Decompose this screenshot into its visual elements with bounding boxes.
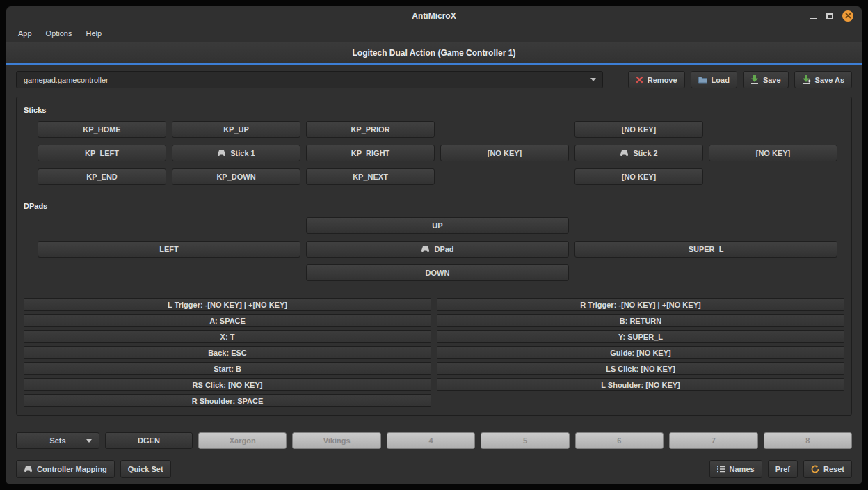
- set-tab-3-vikings[interactable]: Vikings: [292, 432, 380, 449]
- titlebar[interactable]: AntiMicroX: [6, 6, 862, 25]
- save-button[interactable]: Save: [743, 71, 789, 88]
- quick-set-button[interactable]: Quick Set: [120, 460, 171, 478]
- start-button[interactable]: Start: B: [24, 362, 431, 375]
- dpad-center-label: DPad: [434, 245, 453, 253]
- save-button-label: Save: [763, 76, 781, 84]
- controller-mapping-button[interactable]: Controller Mapping: [16, 460, 115, 478]
- profile-dropdown[interactable]: gamepad.gamecontroller: [16, 71, 603, 88]
- stick-button-kp-left[interactable]: KP_LEFT: [38, 145, 166, 161]
- l-trigger-button[interactable]: L Trigger: -[NO KEY] | +[NO KEY]: [24, 298, 431, 311]
- sticks-row-3: KP_END KP_DOWN KP_NEXT [NO KEY]: [38, 168, 837, 185]
- stick2-button[interactable]: Stick 2: [574, 145, 703, 161]
- set-tab-7[interactable]: 7: [669, 432, 757, 449]
- guide-button[interactable]: Guide: [NO KEY]: [437, 346, 844, 359]
- y-button[interactable]: Y: SUPER_L: [437, 330, 844, 343]
- load-button-label: Load: [712, 76, 730, 84]
- sets-menu-label: Sets: [49, 436, 65, 445]
- dpad-center-button[interactable]: DPad: [306, 241, 569, 258]
- profile-toolbar: gamepad.gamecontroller Remove Load Save …: [16, 71, 852, 88]
- chevron-down-icon: [590, 78, 596, 81]
- sticks-row-1: KP_HOME KP_UP KP_PRIOR [NO KEY]: [38, 121, 837, 138]
- stick-button-kp-right[interactable]: KP_RIGHT: [306, 145, 435, 161]
- remove-button-label: Remove: [648, 76, 677, 84]
- profile-dropdown-value: gamepad.gamecontroller: [24, 76, 108, 84]
- window-title: AntiMicroX: [412, 11, 456, 21]
- save-as-button-label: Save As: [815, 76, 844, 84]
- rs-click-button[interactable]: RS Click: [NO KEY]: [24, 378, 431, 391]
- gamepad-icon: [217, 150, 226, 157]
- names-button[interactable]: Names: [709, 460, 762, 478]
- maximize-icon: [826, 13, 833, 19]
- save-icon: [750, 75, 759, 84]
- chevron-down-icon: [86, 439, 92, 443]
- footer-spacer: [177, 460, 704, 478]
- dpad-row-3: DOWN: [38, 264, 837, 281]
- controller-tab[interactable]: Logitech Dual Action (Game Controller 1): [6, 42, 862, 65]
- set-tab-8[interactable]: 8: [764, 432, 852, 449]
- remove-button[interactable]: Remove: [628, 71, 685, 88]
- sets-row: Sets DGEN Xargon Vikings 4 5 6 7 8: [16, 432, 852, 449]
- stick1-extra-button[interactable]: [NO KEY]: [440, 145, 569, 161]
- set-tab-5[interactable]: 5: [481, 432, 569, 449]
- back-button[interactable]: Back: ESC: [24, 346, 431, 359]
- maximize-button[interactable]: [826, 10, 833, 22]
- b-button[interactable]: B: RETURN: [437, 314, 844, 327]
- dpad-right-button[interactable]: SUPER_L: [574, 241, 837, 258]
- footer-bar: Controller Mapping Quick Set Names Pref …: [16, 460, 852, 478]
- l-shoulder-button[interactable]: L Shoulder: [NO KEY]: [437, 378, 844, 391]
- gamepad-icon: [620, 150, 629, 157]
- menu-app[interactable]: App: [12, 26, 38, 40]
- stick1-label: Stick 1: [230, 149, 255, 157]
- reset-button[interactable]: Reset: [803, 460, 852, 478]
- r-trigger-button[interactable]: R Trigger: -[NO KEY] | +[NO KEY]: [437, 298, 844, 311]
- sticks-row-2: KP_LEFT Stick 1 KP_RIGHT [NO KEY] Stick …: [38, 145, 837, 161]
- stick2-up-button[interactable]: [NO KEY]: [574, 121, 703, 138]
- dpad-row-1: UP: [38, 217, 837, 234]
- save-as-button[interactable]: Save As: [794, 71, 852, 88]
- minimize-button[interactable]: [810, 10, 817, 22]
- controller-mapping-label: Controller Mapping: [37, 465, 107, 473]
- controller-tab-label: Logitech Dual Action (Game Controller 1): [353, 48, 516, 58]
- buttons-list: L Trigger: -[NO KEY] | +[NO KEY] R Trigg…: [24, 298, 844, 407]
- remove-icon: [636, 76, 643, 84]
- stick-button-kp-home[interactable]: KP_HOME: [38, 121, 166, 138]
- stick-button-kp-up[interactable]: KP_UP: [172, 121, 300, 138]
- dpad-down-button[interactable]: DOWN: [306, 264, 569, 281]
- stick-button-kp-down[interactable]: KP_DOWN: [172, 168, 300, 185]
- folder-icon: [698, 76, 707, 84]
- menu-options[interactable]: Options: [40, 26, 79, 40]
- dpad-up-button[interactable]: UP: [306, 217, 569, 234]
- stick-button-kp-next[interactable]: KP_NEXT: [306, 168, 435, 185]
- stick-button-kp-end[interactable]: KP_END: [38, 168, 166, 185]
- set-tab-6[interactable]: 6: [575, 432, 664, 449]
- names-button-label: Names: [730, 465, 755, 473]
- r-shoulder-button[interactable]: R Shoulder: SPACE: [24, 394, 431, 407]
- gamepad-icon: [24, 466, 33, 473]
- a-button[interactable]: A: SPACE: [24, 314, 431, 327]
- list-icon: [717, 466, 725, 473]
- save-as-icon: [802, 75, 811, 84]
- set-tab-4[interactable]: 4: [387, 432, 475, 449]
- sets-menu-button[interactable]: Sets: [16, 432, 99, 449]
- stick2-down-button[interactable]: [NO KEY]: [574, 168, 703, 185]
- ls-click-button[interactable]: LS Click: [NO KEY]: [437, 362, 844, 375]
- antimicrox-window: AntiMicroX App Options Help Logitech Dua…: [6, 6, 862, 484]
- stick-button-kp-prior[interactable]: KP_PRIOR: [306, 121, 435, 138]
- close-icon: [845, 13, 851, 19]
- window-controls: [810, 6, 853, 25]
- dpad-left-button[interactable]: LEFT: [38, 241, 300, 258]
- pref-button[interactable]: Pref: [768, 460, 798, 478]
- x-button[interactable]: X: T: [24, 330, 431, 343]
- menu-help[interactable]: Help: [80, 26, 108, 40]
- stick1-button[interactable]: Stick 1: [172, 145, 300, 161]
- close-button[interactable]: [842, 10, 853, 22]
- load-button[interactable]: Load: [691, 71, 737, 88]
- stick2-extra-button[interactable]: [NO KEY]: [709, 145, 837, 161]
- menu-bar: App Options Help: [6, 25, 862, 42]
- sticks-heading: Sticks: [24, 106, 844, 114]
- minimize-icon: [810, 18, 817, 19]
- reset-icon: [811, 465, 819, 473]
- set-tab-2-xargon[interactable]: Xargon: [198, 432, 287, 449]
- set-tab-1-dgen[interactable]: DGEN: [105, 432, 193, 449]
- dpad-row-2: LEFT DPad SUPER_L: [38, 241, 837, 258]
